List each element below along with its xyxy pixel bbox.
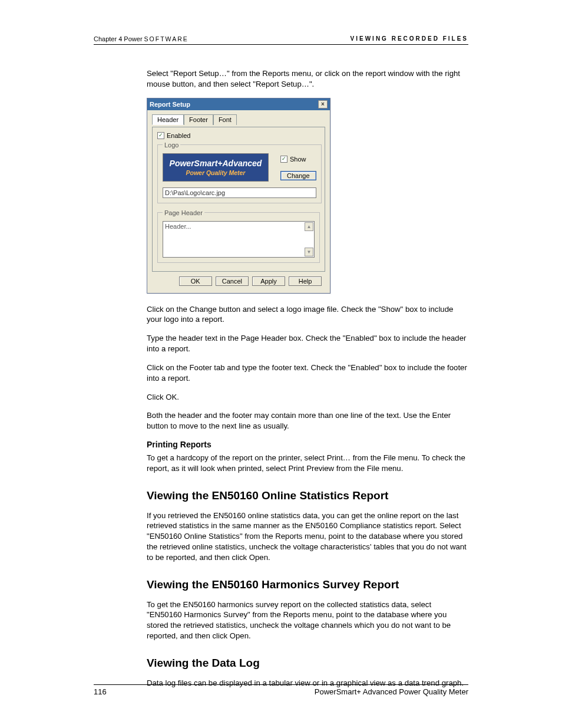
dialog-button-row: OK Cancel Apply Help xyxy=(152,272,325,287)
footer-title: PowerSmart+ Advanced Power Quality Meter xyxy=(315,687,468,696)
checkmark-icon: ✓ xyxy=(280,156,287,163)
logo-line1: PowerSmart+Advanced xyxy=(170,159,262,168)
heading-datalog: Viewing the Data Log xyxy=(147,657,468,670)
header-textarea[interactable]: Header... ▲ ▼ xyxy=(163,221,315,258)
running-head-right: VIEWING RECORDED FILES xyxy=(351,35,468,42)
logo-path-input[interactable] xyxy=(163,187,316,198)
show-label: Show xyxy=(290,156,306,163)
tab-header[interactable]: Header xyxy=(152,114,184,125)
logo-group: Logo PowerSmart+Advanced Power Quality M… xyxy=(157,141,322,203)
rh-chapter: Chapter 4 Power xyxy=(94,35,144,42)
close-icon[interactable]: × xyxy=(318,100,328,108)
cancel-button[interactable]: Cancel xyxy=(216,276,249,286)
para-change: Click on the Change button and select a … xyxy=(147,304,468,325)
scroll-down-icon[interactable]: ▼ xyxy=(305,248,313,256)
scroll-up-icon[interactable]: ▲ xyxy=(305,222,313,231)
para-multiline: Both the header and the footer may conta… xyxy=(147,410,468,431)
rh-software: SOFTWARE xyxy=(144,35,189,42)
para-printing: To get a hardcopy of the report on the p… xyxy=(147,453,468,474)
content-area: Select "Report Setup…" from the Reports … xyxy=(147,68,468,689)
page-header-legend: Page Header xyxy=(163,209,204,216)
show-checkbox[interactable]: ✓ Show xyxy=(280,156,316,163)
enabled-label: Enabled xyxy=(167,132,190,139)
report-setup-dialog: Report Setup × Header Footer Font ✓ Enab… xyxy=(147,98,330,294)
running-head-left: Chapter 4 Power SOFTWARE xyxy=(94,35,189,42)
heading-online-stats: Viewing the EN50160 Online Statistics Re… xyxy=(147,489,468,502)
logo-legend: Logo xyxy=(163,141,180,149)
tab-footer[interactable]: Footer xyxy=(184,114,213,125)
logo-preview: PowerSmart+Advanced Power Quality Meter xyxy=(163,153,269,182)
dialog-title: Report Setup xyxy=(150,101,190,108)
apply-button[interactable]: Apply xyxy=(252,276,285,286)
header-placeholder: Header... xyxy=(165,223,191,230)
dialog-titlebar: Report Setup × xyxy=(147,98,330,110)
para-footer: Click on the Footer tab and type the foo… xyxy=(147,363,468,384)
heading-printing: Printing Reports xyxy=(147,440,468,449)
tab-font[interactable]: Font xyxy=(213,114,237,125)
enabled-checkbox[interactable]: ✓ Enabled xyxy=(157,132,320,139)
ok-button[interactable]: OK xyxy=(179,276,212,286)
para-intro: Select "Report Setup…" from the Reports … xyxy=(147,68,468,90)
checkmark-icon: ✓ xyxy=(157,132,164,139)
page-number: 116 xyxy=(94,687,107,696)
para-header: Type the header text in the Page Header … xyxy=(147,333,468,354)
change-button[interactable]: Change xyxy=(280,171,316,180)
heading-harmonics: Viewing the EN50160 Harmonics Survey Rep… xyxy=(147,578,468,591)
para-online-stats: If you retrieved the EN50160 online stat… xyxy=(147,510,468,563)
running-head: Chapter 4 Power SOFTWARE VIEWING RECORDE… xyxy=(94,35,468,45)
para-ok: Click OK. xyxy=(147,392,468,403)
logo-line2: Power Quality Meter xyxy=(186,169,246,176)
page-footer: 116 PowerSmart+ Advanced Power Quality M… xyxy=(94,684,468,696)
help-button[interactable]: Help xyxy=(289,276,322,286)
dialog-tabs: Header Footer Font xyxy=(152,114,325,124)
para-harmonics: To get the EN50160 harmonics survey repo… xyxy=(147,599,468,641)
tab-panel-header: ✓ Enabled Logo PowerSmart+Advanced Power… xyxy=(152,127,325,272)
page-header-group: Page Header Header... ▲ ▼ xyxy=(157,209,320,263)
